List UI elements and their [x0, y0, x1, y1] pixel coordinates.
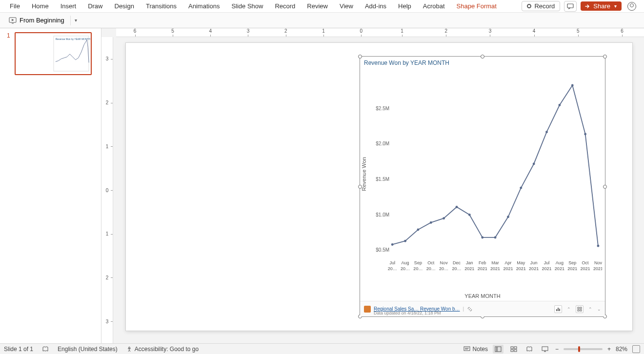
tab-design[interactable]: Design: [109, 0, 140, 13]
slide-indicator[interactable]: Slide 1 of 1: [4, 346, 33, 353]
svg-text:Nov: Nov: [440, 260, 448, 265]
notes-button[interactable]: Notes: [463, 346, 488, 353]
tab-slide-show[interactable]: Slide Show: [225, 0, 269, 13]
svg-rect-2: [54, 36, 89, 71]
data-updated-label: Data updated on 4/18/22, 1:18 PM: [374, 311, 441, 315]
tab-add-ins[interactable]: Add-ins: [359, 0, 392, 13]
svg-point-14: [456, 206, 458, 208]
svg-point-20: [533, 162, 535, 165]
user-account-icon[interactable]: [627, 2, 636, 11]
svg-text:$1.0M: $1.0M: [376, 212, 389, 217]
source-separator: |: [463, 306, 464, 312]
x-axis-label: YEAR MONTH: [360, 293, 605, 299]
svg-text:2021: 2021: [542, 266, 551, 271]
svg-text:2021: 2021: [581, 266, 590, 271]
zoom-slider[interactable]: [564, 348, 603, 350]
reading-view-button[interactable]: [524, 345, 535, 354]
tab-shape-format[interactable]: Shape Format: [451, 0, 503, 13]
tab-insert[interactable]: Insert: [55, 0, 82, 13]
svg-rect-64: [580, 307, 582, 309]
svg-text:20…: 20…: [426, 266, 436, 271]
svg-text:Feb: Feb: [479, 260, 486, 265]
svg-point-19: [520, 187, 522, 189]
svg-text:Revenue Won by YEAR MONTH: Revenue Won by YEAR MONTH: [56, 38, 90, 40]
tab-review[interactable]: Review: [301, 0, 334, 13]
svg-text:2021: 2021: [464, 266, 474, 271]
svg-text:May: May: [517, 260, 525, 265]
tab-home[interactable]: Home: [26, 0, 55, 13]
chevron-up-icon[interactable]: ⌃: [567, 307, 571, 312]
svg-rect-65: [578, 310, 579, 311]
share-button[interactable]: Share ▾: [581, 1, 622, 11]
record-button[interactable]: Record: [522, 1, 560, 11]
slide-canvas[interactable]: Revenue Won by YEAR MONTH Revenue Won $2…: [126, 43, 632, 331]
spellcheck-indicator[interactable]: [42, 346, 49, 353]
normal-view-button[interactable]: [493, 345, 503, 354]
slide-thumbnail-1[interactable]: Revenue Won by YEAR MONTH: [15, 32, 92, 75]
svg-rect-69: [495, 347, 497, 352]
svg-point-25: [597, 245, 600, 247]
svg-text:2021: 2021: [516, 266, 526, 271]
slideshow-view-button[interactable]: [540, 345, 550, 354]
tab-view[interactable]: View: [334, 0, 359, 13]
svg-point-13: [443, 217, 445, 219]
tab-animations[interactable]: Animations: [182, 0, 225, 13]
tab-transitions[interactable]: Transitions: [140, 0, 182, 13]
zoom-out-button[interactable]: −: [555, 346, 559, 353]
svg-rect-68: [464, 347, 470, 351]
work-area: 6543210123456 3210123 Revenue Won by YEA…: [101, 28, 644, 343]
ribbon-right: Record Share ▾: [522, 1, 640, 12]
toolbar-dropdown[interactable]: ▾: [75, 18, 77, 23]
comment-icon: [567, 3, 574, 9]
svg-rect-66: [580, 310, 582, 311]
zoom-level[interactable]: 82%: [616, 346, 627, 353]
comments-button[interactable]: [564, 1, 577, 12]
svg-rect-72: [514, 347, 517, 349]
thumbnail-number: 1: [7, 32, 12, 75]
tab-file[interactable]: File: [4, 0, 26, 13]
svg-text:2021: 2021: [593, 266, 602, 271]
record-dot-icon: [527, 4, 531, 8]
toolbar: From Beginning ▾: [0, 13, 644, 28]
svg-text:Dec: Dec: [453, 260, 461, 265]
svg-text:$1.5M: $1.5M: [376, 177, 389, 182]
svg-text:20…: 20…: [401, 266, 410, 271]
chevron-up-icon-2[interactable]: ⌃: [588, 307, 592, 312]
svg-rect-61: [558, 308, 559, 311]
from-beginning-button[interactable]: From Beginning: [5, 15, 68, 25]
tab-acrobat[interactable]: Acrobat: [417, 0, 451, 13]
language-indicator[interactable]: English (United States): [58, 346, 118, 353]
tab-help[interactable]: Help: [392, 0, 417, 13]
svg-text:Nov: Nov: [594, 260, 602, 265]
tab-draw[interactable]: Draw: [82, 0, 108, 13]
svg-rect-70: [497, 347, 501, 352]
accessibility-indicator[interactable]: Accessibility: Good to go: [126, 346, 199, 353]
svg-rect-74: [514, 350, 517, 352]
svg-text:Sep: Sep: [414, 260, 422, 265]
svg-text:$0.5M: $0.5M: [376, 247, 389, 253]
svg-point-16: [481, 236, 483, 238]
chart-title: Revenue Won by YEAR MONTH: [360, 57, 605, 67]
svg-rect-62: [559, 309, 560, 311]
chevron-down-icon[interactable]: ⌄: [597, 307, 601, 312]
chart-source-bar: Regional Sales Sa… Revenue Won b… | ⌃: [360, 301, 605, 316]
tab-record[interactable]: Record: [269, 0, 301, 13]
zoom-in-button[interactable]: +: [607, 346, 611, 353]
chart-type-button[interactable]: [554, 305, 562, 313]
svg-text:2021: 2021: [503, 266, 513, 271]
chart-object-selected[interactable]: Revenue Won by YEAR MONTH Revenue Won $2…: [360, 57, 605, 316]
chart-svg: $2.5M$2.0M$1.5M$1.0M$0.5MJul20…Aug20…Sep…: [372, 70, 602, 277]
zoom-slider-thumb[interactable]: [578, 346, 580, 352]
accessibility-icon: [126, 346, 132, 352]
svg-text:2021: 2021: [490, 266, 500, 271]
svg-point-18: [507, 216, 509, 218]
y-axis-label: Revenue Won: [361, 157, 367, 191]
fit-to-window-button[interactable]: [632, 345, 640, 353]
slide-outer: Revenue Won by YEAR MONTH Revenue Won $2…: [126, 43, 632, 338]
sorter-view-button[interactable]: [508, 345, 519, 354]
notes-icon: [463, 346, 470, 352]
filter-button[interactable]: [576, 305, 584, 313]
share-label: Share: [593, 2, 610, 10]
powerbi-source-icon: [364, 306, 371, 313]
main-area: 1 Revenue Won by YEAR MONTH 654321012345…: [0, 28, 644, 343]
